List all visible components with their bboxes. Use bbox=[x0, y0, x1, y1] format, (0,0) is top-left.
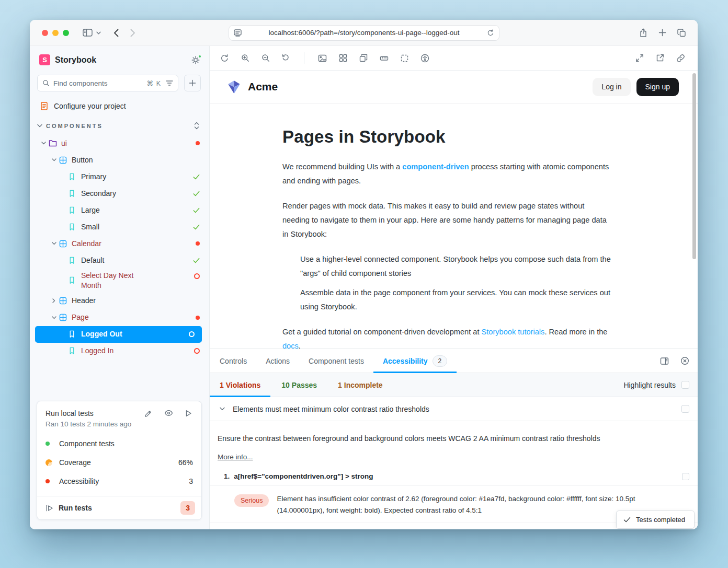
open-new-tab-icon[interactable] bbox=[656, 54, 664, 62]
search-input[interactable]: Find components ⌘ K bbox=[37, 75, 178, 91]
violation-description: Ensure the contrast between foreground a… bbox=[210, 421, 698, 443]
test-pass-check-icon bbox=[193, 174, 200, 180]
test-row-coverage[interactable]: Coverage 66% bbox=[46, 453, 193, 472]
docs-link[interactable]: docs bbox=[282, 342, 299, 349]
test-pass-check-icon bbox=[193, 191, 200, 196]
tab-overview-icon[interactable] bbox=[677, 29, 686, 37]
story-title: Pages in Storybook bbox=[282, 127, 613, 147]
close-window-button[interactable] bbox=[42, 30, 48, 36]
new-tab-icon[interactable] bbox=[658, 29, 666, 37]
outline-icon[interactable] bbox=[401, 54, 408, 62]
more-info-link[interactable]: More info... bbox=[218, 453, 253, 461]
search-shortcut: ⌘ K bbox=[147, 79, 161, 87]
collapse-expand-all-icon[interactable] bbox=[194, 122, 200, 130]
check-icon bbox=[623, 517, 631, 523]
sidebar-item-small[interactable]: Small bbox=[30, 218, 209, 235]
element-1-checkbox[interactable] bbox=[682, 473, 689, 480]
component-icon bbox=[59, 314, 67, 321]
zoom-in-icon[interactable] bbox=[241, 54, 249, 62]
create-story-button[interactable] bbox=[184, 75, 201, 91]
story-list-item-1: Use a higher-level connected component. … bbox=[300, 252, 613, 281]
sidebar-item-logged-out[interactable]: Logged Out bbox=[35, 326, 202, 343]
measure-ruler-icon[interactable] bbox=[380, 55, 389, 62]
back-button[interactable] bbox=[113, 29, 119, 37]
sidebar-item-logged-in[interactable]: Logged In bbox=[30, 343, 209, 360]
sidebar-item-select-day-next-month[interactable]: Select Day Next Month bbox=[30, 269, 209, 293]
subtab-passes[interactable]: 10 Passes bbox=[271, 373, 327, 397]
subtab-incomplete[interactable]: 1 Incomplete bbox=[328, 373, 393, 397]
zoom-out-icon[interactable] bbox=[261, 54, 270, 62]
run-tests-icon bbox=[46, 504, 53, 512]
sidebar-item-secondary[interactable]: Secondary bbox=[30, 185, 209, 202]
violation-element-1[interactable]: 1. a[href$="componentdriven.org"] > stro… bbox=[210, 467, 698, 486]
zoom-reset-icon[interactable] bbox=[282, 54, 290, 62]
chevron-down-icon[interactable] bbox=[220, 407, 225, 411]
chevron-down-icon[interactable] bbox=[38, 142, 49, 145]
settings-gear-icon[interactable] bbox=[191, 56, 200, 64]
configure-project-item[interactable]: Configure your project bbox=[30, 94, 209, 114]
address-bar[interactable]: localhost:6006/?path=/story/components-u… bbox=[229, 25, 499, 41]
a11y-result-tabs: 1 Violations 10 Passes 1 Incomplete High… bbox=[210, 373, 698, 397]
run-tests-button[interactable]: Run tests 3 bbox=[37, 496, 201, 519]
background-icon[interactable] bbox=[318, 54, 327, 62]
tab-actions[interactable]: Actions bbox=[256, 349, 299, 373]
fullscreen-icon[interactable] bbox=[635, 54, 644, 62]
test-row-component-tests[interactable]: Component tests bbox=[46, 434, 193, 453]
chevron-down-icon[interactable] bbox=[49, 316, 59, 319]
grid-icon[interactable] bbox=[339, 54, 347, 62]
sidebar-dropdown-chevron-icon[interactable] bbox=[96, 31, 101, 34]
bookmark-icon bbox=[69, 347, 77, 355]
sidebar-item-primary[interactable]: Primary bbox=[30, 168, 209, 185]
component-icon bbox=[59, 156, 67, 164]
search-icon bbox=[42, 79, 50, 87]
highlight-results-checkbox[interactable] bbox=[681, 381, 689, 389]
share-icon[interactable] bbox=[639, 28, 647, 38]
sidebar-item-calendar[interactable]: Calendar bbox=[30, 235, 209, 252]
reader-view-icon[interactable] bbox=[234, 29, 242, 37]
sidebar-item-default[interactable]: Default bbox=[30, 252, 209, 269]
sidebar-item-large[interactable]: Large bbox=[30, 202, 209, 218]
acme-logo bbox=[227, 80, 241, 94]
sidebar-item-ui[interactable]: ui bbox=[30, 135, 209, 152]
login-button[interactable]: Log in bbox=[593, 78, 630, 96]
browser-sidebar-toggle-icon[interactable] bbox=[83, 28, 93, 37]
zoom-window-button[interactable] bbox=[63, 30, 69, 36]
copy-link-icon[interactable] bbox=[676, 54, 685, 63]
url-text[interactable]: localhost:6006/?path=/story/components-u… bbox=[242, 29, 487, 37]
sidebar-item-page[interactable]: Page bbox=[30, 309, 209, 326]
tab-accessibility[interactable]: Accessibility2 bbox=[373, 349, 457, 373]
tab-component-tests[interactable]: Component tests bbox=[299, 349, 373, 373]
story-list: Use a higher-level connected component. … bbox=[282, 252, 613, 314]
close-panel-icon[interactable] bbox=[680, 356, 689, 365]
chevron-right-icon[interactable] bbox=[49, 298, 59, 303]
sidebar-item-header[interactable]: Header bbox=[30, 293, 209, 309]
watch-eye-icon[interactable] bbox=[164, 410, 173, 418]
status-green-dot bbox=[46, 442, 50, 446]
sidebar-item-button[interactable]: Button bbox=[30, 152, 209, 168]
violation-rule-row[interactable]: Elements must meet minimum color contras… bbox=[210, 397, 698, 421]
remount-icon[interactable] bbox=[220, 54, 229, 63]
minimize-window-button[interactable] bbox=[52, 30, 59, 36]
signup-button[interactable]: Sign up bbox=[636, 78, 679, 96]
subtab-violations[interactable]: 1 Violations bbox=[210, 373, 270, 397]
panel-position-icon[interactable] bbox=[660, 357, 669, 365]
chevron-down-icon[interactable] bbox=[49, 242, 59, 245]
run-play-icon[interactable] bbox=[185, 410, 192, 418]
filter-icon[interactable] bbox=[166, 80, 173, 86]
viewport-icon[interactable] bbox=[359, 54, 368, 62]
violation-rule-title: Elements must meet minimum color contras… bbox=[233, 405, 429, 413]
tab-controls[interactable]: Controls bbox=[210, 349, 256, 373]
violation-rule-checkbox[interactable] bbox=[681, 405, 689, 413]
reload-icon[interactable] bbox=[487, 29, 494, 37]
forward-button[interactable] bbox=[130, 29, 135, 37]
failed-tests-badge: 3 bbox=[180, 501, 195, 515]
component-driven-link[interactable]: component-driven bbox=[402, 163, 469, 171]
bookmark-icon bbox=[69, 223, 77, 231]
test-row-accessibility[interactable]: Accessibility 3 bbox=[46, 472, 193, 491]
chevron-down-icon[interactable] bbox=[49, 158, 59, 161]
edit-pencil-icon[interactable] bbox=[144, 410, 152, 418]
preview-scrollbar[interactable] bbox=[692, 73, 696, 259]
accessibility-icon[interactable] bbox=[420, 54, 429, 63]
components-section-header[interactable]: COMPONENTS bbox=[30, 114, 209, 135]
storybook-tutorials-link[interactable]: Storybook tutorials bbox=[482, 328, 545, 336]
